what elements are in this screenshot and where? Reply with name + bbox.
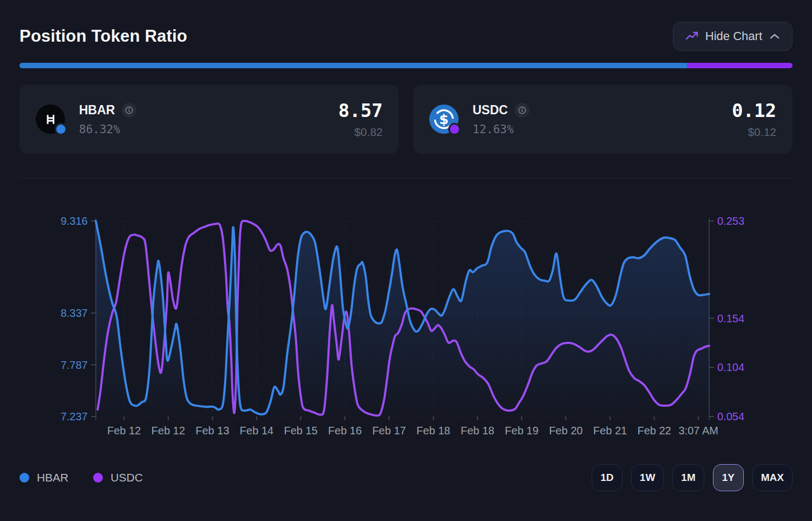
svg-text:9.316: 9.316 [61, 215, 88, 227]
header: Position Token Ratio Hide Chart [19, 0, 793, 51]
svg-text:Feb 12: Feb 12 [107, 425, 141, 437]
page-title: Position Token Ratio [19, 27, 187, 46]
ratio-bar-hbar-segment [19, 63, 687, 68]
section-divider [19, 178, 793, 178]
hbar-color-badge-dot [55, 123, 67, 135]
svg-text:Feb 20: Feb 20 [549, 425, 582, 437]
time-range-buttons: 1D1W1M1YMAX [592, 464, 793, 491]
legend-item-hbar[interactable]: HBAR [19, 471, 68, 484]
range-button-1w[interactable]: 1W [631, 464, 664, 491]
svg-text:Feb 17: Feb 17 [372, 425, 406, 437]
svg-text:Feb 22: Feb 22 [637, 425, 671, 437]
legend-label: HBAR [37, 471, 68, 484]
hbar-token-icon [36, 105, 65, 134]
svg-text:$: $ [439, 112, 448, 127]
range-button-max[interactable]: MAX [752, 464, 793, 491]
svg-text:Feb 15: Feb 15 [284, 425, 317, 437]
info-icon[interactable] [122, 103, 136, 118]
svg-text:7.787: 7.787 [61, 359, 88, 371]
ratio-bar [19, 63, 793, 68]
svg-text:Feb 13: Feb 13 [195, 425, 229, 437]
usdc-token-icon: $ [429, 105, 459, 134]
chart-footer: HBARUSDC 1D1W1M1YMAX [19, 464, 793, 491]
range-button-1m[interactable]: 1M [672, 464, 704, 491]
svg-text:Feb 12: Feb 12 [152, 425, 185, 437]
range-button-1d[interactable]: 1D [592, 464, 623, 491]
svg-text:0.104: 0.104 [717, 361, 744, 373]
hbar-token-card: HBAR 86.32% 8.57 $0.82 [19, 84, 399, 154]
hbar-card-text: HBAR 86.32% [79, 103, 136, 136]
hbar-card-values: 8.57 $0.82 [338, 100, 383, 139]
svg-text:Feb 14: Feb 14 [240, 425, 273, 437]
ratio-bar-usdc-segment [687, 63, 793, 68]
ratio-chart: Feb 12Feb 12Feb 13Feb 14Feb 15Feb 16Feb … [19, 196, 793, 440]
token-usd-value: $0.12 [732, 126, 776, 139]
token-ratio-value: 0.12 [732, 100, 776, 121]
svg-text:8.337: 8.337 [61, 307, 88, 319]
svg-text:Feb 19: Feb 19 [505, 425, 539, 437]
trend-up-icon [685, 31, 698, 42]
hide-chart-label: Hide Chart [705, 29, 762, 43]
legend-dot [93, 473, 103, 483]
info-icon[interactable] [515, 103, 529, 118]
svg-text:Feb 18: Feb 18 [416, 425, 450, 437]
token-name: HBAR [79, 103, 115, 118]
svg-text:Feb 18: Feb 18 [461, 425, 494, 437]
legend-dot [19, 473, 29, 483]
svg-text:Feb 21: Feb 21 [593, 425, 627, 437]
legend-label: USDC [110, 471, 143, 484]
usdc-color-badge-dot [448, 123, 461, 135]
token-percent: 86.32% [79, 123, 136, 136]
svg-text:0.054: 0.054 [717, 411, 744, 422]
token-cards: HBAR 86.32% 8.57 $0.82 $ USDC [19, 84, 793, 154]
svg-text:0.154: 0.154 [717, 312, 744, 324]
svg-text:7.237: 7.237 [61, 411, 88, 422]
token-ratio-value: 8.57 [338, 100, 383, 121]
token-name: USDC [473, 103, 508, 118]
svg-text:Feb 16: Feb 16 [328, 425, 362, 437]
chevron-up-icon [769, 33, 780, 40]
svg-text:0.253: 0.253 [717, 215, 744, 227]
usdc-card-values: 0.12 $0.12 [732, 100, 776, 139]
usdc-card-text: USDC 12.63% [473, 103, 529, 136]
chart-legend: HBARUSDC [19, 471, 143, 484]
hide-chart-button[interactable]: Hide Chart [673, 22, 793, 51]
token-percent: 12.63% [473, 123, 529, 136]
svg-text:3:07 AM: 3:07 AM [679, 425, 718, 437]
usdc-token-card: $ USDC 12.63% 0.12 $0.12 [413, 84, 793, 154]
legend-item-usdc[interactable]: USDC [93, 471, 143, 484]
chart-canvas[interactable]: Feb 12Feb 12Feb 13Feb 14Feb 15Feb 16Feb … [19, 196, 793, 440]
token-usd-value: $0.82 [338, 126, 383, 139]
range-button-1y[interactable]: 1Y [713, 464, 744, 491]
